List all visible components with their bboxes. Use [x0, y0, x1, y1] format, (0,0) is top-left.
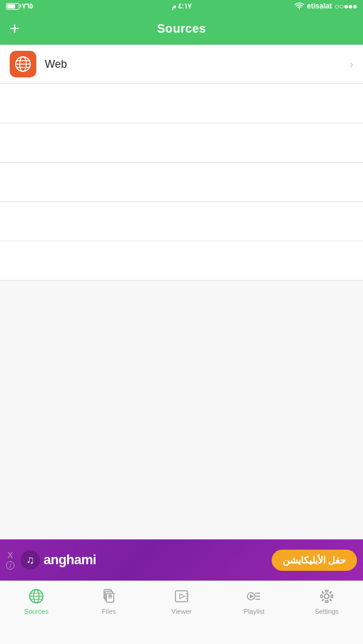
battery-percent: ٧٦٥ [22, 2, 33, 10]
signal-dots: ○○●●● [335, 1, 357, 11]
ad-cta-button[interactable]: حفل الأبليكايشن [272, 550, 357, 571]
app-header: + Sources [0, 12, 363, 45]
svg-point-18 [110, 595, 111, 596]
battery-icon [6, 3, 19, 10]
settings-tab-icon [318, 587, 336, 605]
empty-row-4 [0, 202, 363, 241]
source-label-web: Web [45, 58, 350, 71]
ad-brand-name: anghami [44, 552, 96, 568]
viewer-tab-icon [172, 587, 191, 605]
globe-icon [15, 56, 31, 73]
empty-row-3 [0, 163, 363, 202]
svg-marker-25 [250, 594, 253, 598]
chevron-right-icon: › [350, 58, 353, 71]
tab-playlist[interactable]: Playlist [218, 586, 290, 615]
tab-settings-label: Settings [315, 608, 339, 615]
svg-marker-20 [180, 594, 185, 599]
wifi-icon [295, 2, 304, 10]
ad-info-button[interactable]: i [6, 561, 15, 570]
tab-sources-label: Sources [24, 608, 48, 615]
ad-close-area[interactable]: X i [6, 550, 15, 570]
tab-files-label: Files [102, 608, 116, 615]
anghami-logo-icon: ♫ [21, 550, 40, 570]
empty-row-5 [0, 241, 363, 281]
sources-tab-icon [27, 587, 45, 605]
tab-playlist-label: Playlist [244, 608, 265, 615]
status-time: ٤:١٧ م [172, 2, 191, 10]
web-icon-wrap [10, 51, 36, 77]
tab-sources[interactable]: Sources [0, 586, 73, 615]
svg-text:♫: ♫ [26, 554, 34, 566]
tab-viewer[interactable]: Viewer [145, 586, 218, 615]
status-right: etisalat ○○●●● [295, 1, 357, 11]
empty-row-1 [0, 84, 363, 123]
status-bar: ٧٦٥ ٤:١٧ م etisalat ○○●●● [0, 0, 363, 12]
source-item-web[interactable]: Web › [0, 45, 363, 84]
tab-bar: Sources Files [0, 581, 363, 644]
tab-settings[interactable]: Settings [290, 586, 363, 615]
ad-banner: X i ♫ anghami حفل الأبليكايشن [0, 539, 363, 581]
ad-logo-area: ♫ anghami [21, 550, 266, 570]
svg-point-30 [325, 594, 329, 599]
status-left: ٧٦٥ [6, 2, 33, 10]
tab-files[interactable]: Files [73, 586, 145, 615]
page-title: Sources [157, 22, 206, 36]
playlist-tab-icon [245, 587, 263, 605]
tab-viewer-label: Viewer [171, 608, 191, 615]
add-source-button[interactable]: + [10, 20, 19, 37]
sources-list: Web › [0, 45, 363, 281]
carrier-name: etisalat [307, 2, 332, 10]
files-tab-icon [100, 587, 118, 605]
empty-row-2 [0, 123, 363, 163]
ad-close-button[interactable]: X [7, 550, 13, 560]
